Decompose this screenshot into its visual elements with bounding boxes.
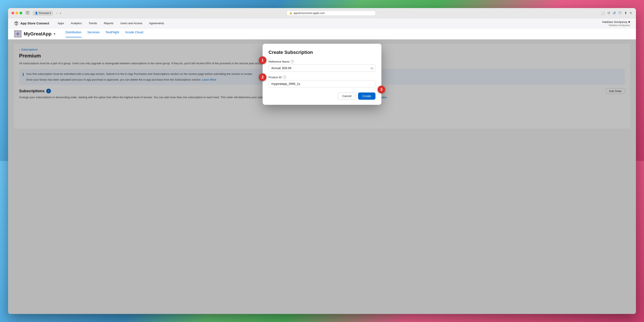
nav-apps[interactable]: Apps — [58, 22, 64, 25]
tab-testflight[interactable]: TestFlight — [106, 30, 119, 37]
app-selector: MyGreatApp ▾ — [14, 30, 55, 38]
browser-window: 👤 Personal ▾ ‹ › 🔒 appstoreconnect.apple… — [8, 8, 322, 161]
product-id-input-wrapper — [268, 80, 322, 88]
minimize-button[interactable] — [16, 12, 18, 14]
tab-services[interactable]: Services — [88, 30, 100, 37]
sub-nav: MyGreatApp ▾ Distribution Services TestF… — [8, 28, 322, 40]
modal-title: Create Subscription — [268, 50, 322, 55]
svg-rect-0 — [26, 11, 30, 12]
modal-backdrop: 1 2 3 Create Subscription Reference — [8, 40, 322, 161]
nav-arrows: ‹ › — [55, 11, 62, 16]
lock-icon: 🔒 — [289, 12, 292, 14]
profile-selector[interactable]: 👤 Personal ▾ — [33, 11, 53, 16]
address-bar[interactable]: 🔒 appstoreconnect.apple.com — [286, 10, 322, 16]
page-area: ‹ Subscriptions Premium All subscription… — [8, 40, 322, 161]
create-subscription-modal: 1 2 3 Create Subscription Reference — [262, 44, 322, 105]
svg-rect-2 — [26, 14, 30, 14]
reference-name-input[interactable] — [268, 64, 322, 72]
address-bar-container: 🔒 appstoreconnect.apple.com — [64, 10, 322, 16]
app-content: App Store Connect Apps Analytics Trends … — [8, 18, 322, 161]
nav-analytics[interactable]: Analytics — [71, 22, 82, 25]
tab-distribution[interactable]: Distribution — [66, 30, 82, 37]
modal-footer: Cancel Create — [268, 92, 322, 100]
address-text: appstoreconnect.apple.com — [294, 12, 322, 15]
app-dropdown-chevron-icon[interactable]: ▾ — [54, 32, 55, 36]
forward-button[interactable]: › — [59, 11, 62, 16]
top-nav-links: Apps Analytics Trends Reports Users and … — [58, 22, 322, 25]
maximize-button[interactable] — [20, 12, 22, 14]
product-id-group: Product ID ? — [268, 76, 322, 88]
sub-nav-tabs: Distribution Services TestFlight Xcode C… — [66, 30, 144, 37]
step-badge-2: 2 — [259, 74, 266, 81]
product-id-help-icon[interactable]: ? — [283, 76, 286, 79]
top-nav: App Store Connect Apps Analytics Trends … — [8, 18, 322, 28]
app-name: MyGreatApp — [24, 31, 52, 37]
app-icon — [14, 30, 22, 38]
nav-users-and-access[interactable]: Users and Access — [120, 22, 142, 25]
close-button[interactable] — [12, 12, 14, 14]
product-id-label: Product ID — [268, 76, 282, 79]
profile-chevron-icon: ▾ — [50, 12, 51, 15]
app-store-connect-title: App Store Connect — [20, 22, 49, 25]
traffic-lights — [12, 12, 22, 14]
profile-name: Personal — [39, 12, 49, 15]
sidebar-toggle-button[interactable] — [25, 10, 30, 16]
nav-agreements[interactable]: Agreements — [149, 22, 164, 25]
browser-chrome: 👤 Personal ▾ ‹ › 🔒 appstoreconnect.apple… — [8, 8, 322, 18]
step-badge-1: 1 — [259, 56, 266, 64]
reference-name-help-icon[interactable]: ? — [290, 60, 294, 63]
reference-name-input-wrapper: 50 — [268, 64, 322, 72]
asc-logo-icon — [14, 21, 19, 26]
nav-reports[interactable]: Reports — [104, 22, 114, 25]
person-icon: 👤 — [35, 12, 38, 15]
svg-rect-1 — [26, 12, 30, 13]
reference-name-label: Reference Name — [268, 60, 289, 63]
nav-trends[interactable]: Trends — [89, 22, 97, 25]
reference-name-group: Reference Name ? 50 — [268, 60, 322, 72]
back-button[interactable]: ‹ — [55, 11, 58, 16]
tab-xcode-cloud[interactable]: Xcode Cloud — [125, 30, 144, 37]
product-id-input[interactable] — [268, 80, 322, 88]
app-store-connect-logo[interactable]: App Store Connect — [14, 21, 49, 26]
